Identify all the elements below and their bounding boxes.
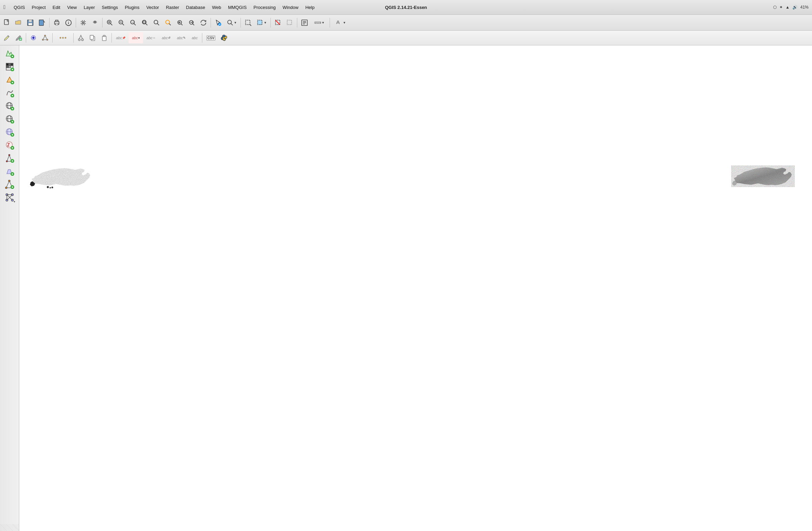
svg-rect-67 — [6, 66, 9, 68]
svg-text:1:1: 1:1 — [131, 21, 134, 23]
menu-raster[interactable]: Raster — [162, 4, 182, 11]
svg-rect-33 — [257, 20, 262, 24]
svg-line-11 — [110, 23, 112, 25]
svg-rect-4 — [39, 20, 44, 25]
label-diagram-button[interactable]: abc — [189, 32, 200, 43]
identify-button[interactable] — [63, 17, 74, 28]
svg-point-51 — [42, 39, 44, 41]
freehand-digitize-button[interactable] — [3, 87, 17, 99]
pan-button[interactable] — [78, 17, 89, 28]
apple-menu[interactable]:  — [3, 4, 6, 10]
add-feature-button[interactable] — [28, 32, 39, 43]
label-tool-button[interactable]: ▼ — [332, 17, 350, 28]
node-tool-button[interactable] — [3, 178, 17, 191]
pan-to-selection-button[interactable] — [89, 17, 100, 28]
new-project-button[interactable] — [1, 17, 12, 28]
usa-map-left — [29, 162, 94, 190]
label-move-button[interactable]: abc ↔ — [144, 32, 158, 43]
svg-rect-2 — [29, 20, 32, 22]
sidebar: ▼ — [0, 45, 19, 531]
menu-vector[interactable]: Vector — [143, 4, 162, 11]
svg-rect-3 — [29, 23, 32, 25]
toggle-edit-button[interactable] — [1, 32, 12, 43]
digitize-more-button[interactable] — [54, 32, 72, 43]
add-wfs-button[interactable] — [3, 113, 17, 125]
svg-point-103 — [47, 186, 49, 188]
zoom-native-button[interactable]: 1:1 — [128, 17, 139, 28]
python-console-button[interactable] — [218, 32, 229, 43]
svg-rect-22 — [143, 21, 146, 23]
svg-point-87 — [6, 161, 8, 162]
add-vector-layer-button[interactable] — [3, 47, 17, 60]
bluetooth-icon[interactable]: ✦ — [779, 5, 783, 10]
airplay-icon[interactable]: ⬡ — [773, 5, 777, 10]
svg-point-54 — [62, 37, 64, 39]
add-delimited-text-button[interactable] — [3, 74, 17, 86]
menu-plugins[interactable]: Plugins — [121, 4, 143, 11]
zoom-layer-button[interactable] — [151, 17, 162, 28]
menu-web[interactable]: Web — [209, 4, 225, 11]
stats-button[interactable] — [299, 17, 310, 28]
deselect-current-button[interactable] — [284, 17, 295, 28]
menu-processing[interactable]: Processing — [250, 4, 279, 11]
wifi-icon[interactable]: ▲ — [786, 5, 790, 10]
label-pin-button[interactable]: abc 📌 — [114, 32, 128, 43]
cut-features-button[interactable] — [75, 32, 86, 43]
menu-database[interactable]: Database — [183, 4, 209, 11]
zoom-out-button[interactable] — [116, 17, 127, 28]
menubar-right: ⬡ ✦ ▲ 🔊 41% — [773, 5, 809, 10]
label-change-button[interactable]: abc ✎ — [174, 32, 189, 43]
paste-features-button[interactable] — [99, 32, 110, 43]
toolbar2-sep-4 — [111, 33, 112, 43]
menu-edit[interactable]: Edit — [49, 4, 64, 11]
vertex-tool-button[interactable] — [40, 32, 51, 43]
print-button[interactable] — [51, 17, 62, 28]
zoom-dropdown-button[interactable]: ▼ — [224, 17, 239, 28]
zoom-next-button[interactable] — [186, 17, 197, 28]
toolbar-separator-1 — [49, 18, 50, 28]
info-cursor-button[interactable] — [213, 17, 224, 28]
svg-point-104 — [50, 187, 51, 188]
label-rotate-button[interactable]: abc ↺ — [159, 32, 173, 43]
refresh-button[interactable] — [198, 17, 209, 28]
add-wcs-button[interactable] — [3, 126, 17, 138]
label-highlight-button[interactable]: abc ● — [129, 32, 143, 43]
add-wms-button[interactable] — [3, 100, 17, 112]
toolbar-separator-8 — [330, 18, 330, 28]
zoom-in-button[interactable] — [104, 17, 115, 28]
vertex-edit-sidebar-button[interactable] — [3, 152, 17, 164]
zoom-last-button[interactable] — [174, 17, 185, 28]
save-project-button[interactable] — [25, 17, 36, 28]
select-rect-button[interactable] — [243, 17, 254, 28]
volume-icon[interactable]: 🔊 — [792, 5, 798, 10]
menu-window[interactable]: Window — [279, 4, 302, 11]
svg-rect-0 — [4, 19, 9, 24]
menu-layer[interactable]: Layer — [80, 4, 98, 11]
select-dropdown-button[interactable]: ▼ — [254, 17, 269, 28]
toolbar-separator-3 — [102, 18, 103, 28]
add-raster-layer-button[interactable] — [3, 61, 17, 73]
menu-view[interactable]: View — [64, 4, 80, 11]
menu-help[interactable]: Help — [302, 4, 318, 11]
network-analysis-button[interactable]: ▼ — [3, 191, 17, 204]
zoom-selected-button[interactable] — [163, 17, 174, 28]
save-edits-button[interactable] — [13, 32, 24, 43]
add-xyz-button[interactable] — [3, 139, 17, 151]
svg-point-105 — [52, 187, 53, 188]
zoom-full-extent-button[interactable] — [139, 17, 150, 28]
menu-settings[interactable]: Settings — [98, 4, 121, 11]
map-canvas[interactable] — [19, 45, 812, 531]
menu-qgis[interactable]: QGIS — [10, 4, 29, 11]
svg-point-50 — [44, 35, 46, 36]
menu-mmqgis[interactable]: MMQGIS — [225, 4, 250, 11]
copy-features-button[interactable] — [87, 32, 98, 43]
deselect-all-button[interactable] — [273, 17, 284, 28]
save-as-button[interactable] — [36, 17, 47, 28]
toolbar-separator-5 — [241, 18, 241, 28]
menu-project[interactable]: Project — [28, 4, 49, 11]
add-annotation-button[interactable] — [3, 165, 17, 177]
csv-button[interactable]: CSV — [204, 32, 218, 43]
measure-button[interactable]: ▼ — [311, 17, 328, 28]
open-project-button[interactable] — [13, 17, 24, 28]
svg-point-8 — [82, 22, 84, 24]
